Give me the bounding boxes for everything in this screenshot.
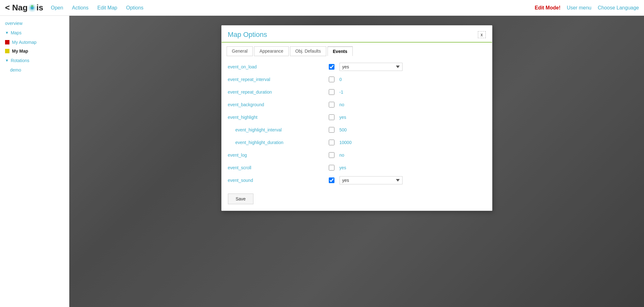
background-area: Map Options x General Appearance Obj. De… xyxy=(69,16,644,307)
topnav-right: Edit Mode! User menu Choose Language xyxy=(535,5,639,11)
label-event-repeat-duration: event_repeat_duration xyxy=(228,90,329,95)
modal-overlay: Map Options x General Appearance Obj. De… xyxy=(69,16,644,307)
mymap-status-icon xyxy=(5,49,9,53)
modal-close-button[interactable]: x xyxy=(478,31,486,38)
checkbox-event-background[interactable] xyxy=(329,102,334,107)
nav-edit-map[interactable]: Edit Map xyxy=(97,5,117,11)
sidebar-my-automap[interactable]: My Automap xyxy=(0,38,69,47)
nav-open[interactable]: Open xyxy=(51,5,63,11)
modal-tabs: General Appearance Obj. Defaults Events xyxy=(222,43,492,56)
tab-appearance[interactable]: Appearance xyxy=(254,46,289,56)
label-event-sound: event_sound xyxy=(228,178,329,183)
modal-body: event_on_load yes no event_repeat_interv… xyxy=(222,56,492,211)
automap-label: My Automap xyxy=(12,40,37,45)
label-event-highlight: event_highlight xyxy=(228,115,329,120)
checkbox-event-log[interactable] xyxy=(329,152,334,158)
choose-language-link[interactable]: Choose Language xyxy=(598,5,639,11)
checkbox-event-scroll[interactable] xyxy=(329,165,334,171)
form-row-event-log: event_log no xyxy=(228,151,486,159)
automap-status-icon xyxy=(5,40,9,44)
form-row-event-background: event_background no xyxy=(228,100,486,109)
form-row-event-on-load: event_on_load yes no xyxy=(228,62,486,71)
rotations-arrow-icon: ▼ xyxy=(5,58,9,63)
mymap-label: My Map xyxy=(12,49,28,54)
nav-options[interactable]: Options xyxy=(126,5,143,11)
form-row-event-highlight: event_highlight yes xyxy=(228,113,486,122)
sidebar-overview[interactable]: overview xyxy=(0,19,69,28)
sidebar-maps-label: Maps xyxy=(11,30,21,35)
maps-arrow-icon: ▼ xyxy=(5,31,9,35)
topnav-links: Open Actions Edit Map Options xyxy=(51,5,535,11)
edit-mode-button[interactable]: Edit Mode! xyxy=(535,5,560,11)
checkbox-event-highlight[interactable] xyxy=(329,114,334,120)
label-event-background: event_background xyxy=(228,102,329,107)
value-event-highlight-duration: 10000 xyxy=(339,140,352,145)
value-event-background: no xyxy=(339,102,345,107)
value-event-repeat-duration: -1 xyxy=(339,90,343,95)
select-event-sound[interactable]: yes no xyxy=(339,176,403,184)
main-container: overview ▼ Maps My Automap My Map ▼ Rota… xyxy=(0,16,644,307)
checkbox-event-on-load[interactable] xyxy=(329,64,334,70)
form-row-event-highlight-duration: event_highlight_duration 10000 xyxy=(228,138,486,147)
checkbox-event-highlight-interval[interactable] xyxy=(329,127,334,133)
form-row-event-highlight-interval: event_highlight_interval 500 xyxy=(228,125,486,134)
form-row-event-sound: event_sound yes no xyxy=(228,176,486,185)
sidebar-maps-section[interactable]: ▼ Maps xyxy=(0,28,69,38)
svg-point-3 xyxy=(31,5,33,7)
value-event-scroll: yes xyxy=(339,165,346,170)
save-button[interactable]: Save xyxy=(228,194,254,204)
logo-text: < Nag xyxy=(5,3,28,13)
checkbox-event-repeat-interval[interactable] xyxy=(329,77,334,82)
sidebar-my-map[interactable]: My Map xyxy=(0,47,69,55)
checkbox-event-highlight-duration[interactable] xyxy=(329,140,334,145)
sidebar-demo[interactable]: demo xyxy=(0,66,69,74)
tab-events[interactable]: Events xyxy=(328,46,353,56)
tab-general[interactable]: General xyxy=(227,46,253,56)
modal-header: Map Options x xyxy=(222,26,492,43)
label-event-repeat-interval: event_repeat_interval xyxy=(228,77,329,82)
logo-text2: is xyxy=(37,3,44,13)
label-event-highlight-interval: event_highlight_interval xyxy=(228,127,329,132)
label-event-on-load: event_on_load xyxy=(228,64,329,69)
value-event-log: no xyxy=(339,153,345,158)
modal-title: Map Options xyxy=(228,31,267,39)
label-event-highlight-duration: event_highlight_duration xyxy=(228,140,329,145)
logo-eye-icon xyxy=(28,3,37,12)
checkbox-event-sound[interactable] xyxy=(329,177,334,183)
topnav: < Nag is Open Actions Edit Map Options E… xyxy=(0,0,644,16)
value-event-repeat-interval: 0 xyxy=(339,77,342,82)
nav-actions[interactable]: Actions xyxy=(72,5,88,11)
logo[interactable]: < Nag is xyxy=(5,3,43,13)
checkbox-event-repeat-duration[interactable] xyxy=(329,89,334,95)
value-event-highlight-interval: 500 xyxy=(339,127,347,132)
label-event-log: event_log xyxy=(228,153,329,158)
user-menu-link[interactable]: User menu xyxy=(567,5,591,11)
label-event-scroll: event_scroll xyxy=(228,165,329,170)
sidebar-rotations-section[interactable]: ▼ Rotations xyxy=(0,55,69,66)
select-event-on-load[interactable]: yes no xyxy=(339,63,403,71)
value-event-highlight: yes xyxy=(339,115,346,120)
sidebar-rotations-label: Rotations xyxy=(11,58,29,63)
sidebar: overview ▼ Maps My Automap My Map ▼ Rota… xyxy=(0,16,69,307)
form-row-event-scroll: event_scroll yes xyxy=(228,163,486,172)
form-row-event-repeat-duration: event_repeat_duration -1 xyxy=(228,88,486,96)
form-actions: Save xyxy=(228,188,486,204)
tab-obj-defaults[interactable]: Obj. Defaults xyxy=(290,46,326,56)
map-options-modal: Map Options x General Appearance Obj. De… xyxy=(221,25,492,211)
form-row-event-repeat-interval: event_repeat_interval 0 xyxy=(228,75,486,84)
